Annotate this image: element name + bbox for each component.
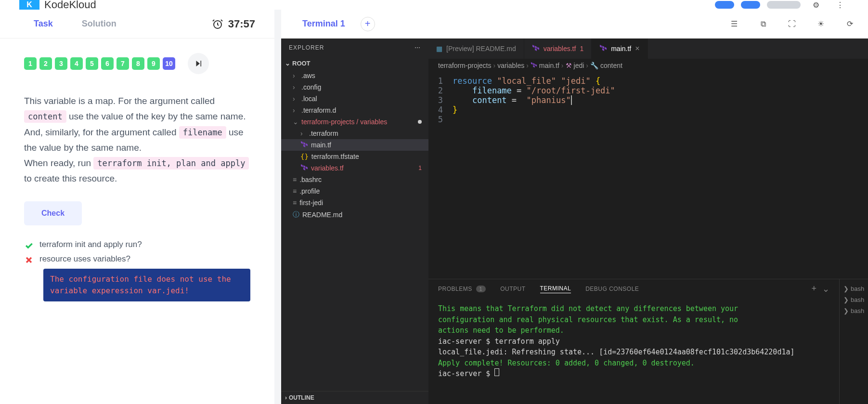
editor-panel: Terminal 1 + ☰ ⧉ ⛶ ☀ ⟳ EXPLORER ⋯ ⌄	[281, 10, 868, 404]
tertiary-button[interactable]	[767, 1, 801, 9]
code-filename: filename	[179, 126, 226, 139]
file-item-maintf[interactable]: main.tf	[281, 139, 428, 151]
file-item[interactable]: ≡.bashrc	[281, 174, 428, 185]
terraform-icon	[300, 164, 308, 172]
editor-tab-main[interactable]: main.tf ×	[592, 39, 648, 59]
folder-item[interactable]: ›.config	[281, 81, 428, 93]
question-num-6[interactable]: 6	[101, 57, 114, 70]
terminal-line: actions need to be performed.	[438, 325, 829, 336]
check-result-text: resource uses variables?	[39, 254, 130, 264]
task-description: This variable is a map. For the argument…	[24, 93, 250, 187]
question-num-5[interactable]: 5	[86, 57, 98, 70]
question-num-1[interactable]: 1	[24, 57, 37, 70]
open-external-icon[interactable]: ⧉	[754, 15, 772, 33]
terminal-line: Apply complete! Resources: 0 added, 0 ch…	[438, 358, 829, 369]
shell-icon: ❯	[843, 285, 849, 292]
folder-item[interactable]: ›.terraform.d	[281, 104, 428, 116]
tab-terminal[interactable]: TERMINAL	[540, 285, 571, 293]
chevron-down-icon: ⌄	[285, 60, 290, 67]
tab-output[interactable]: OUTPUT	[500, 286, 525, 292]
tab-task[interactable]: Task	[19, 11, 67, 37]
secondary-action-button[interactable]	[741, 1, 760, 9]
chevron-right-icon: ›	[300, 130, 306, 137]
outline-section[interactable]: › OUTLINE	[281, 391, 428, 404]
terraform-icon	[300, 141, 308, 149]
code-command: terraform init, plan and apply	[93, 157, 249, 169]
terminal-output[interactable]: This means that Terraform did not detect…	[428, 299, 839, 404]
editor-tab-variables[interactable]: variables.tf 1	[524, 39, 592, 59]
question-num-10[interactable]: 10	[163, 57, 175, 70]
file-icon: ≡	[293, 199, 297, 207]
file-icon: ≡	[293, 176, 297, 183]
primary-action-button[interactable]	[715, 1, 734, 9]
question-num-9[interactable]: 9	[147, 57, 160, 70]
close-tab-icon[interactable]: ×	[635, 44, 639, 53]
folder-open-item[interactable]: ⌄ terraform-projects / variables	[281, 116, 428, 128]
chevron-right-icon: ›	[293, 83, 298, 91]
check-button[interactable]: Check	[24, 201, 82, 225]
terminal-tab-1[interactable]: Terminal 1	[291, 11, 357, 37]
file-item-variablestf[interactable]: variables.tf 1	[281, 162, 428, 174]
timer: 37:57	[212, 18, 255, 30]
add-terminal-button[interactable]: +	[361, 17, 375, 31]
json-icon: {}	[300, 153, 309, 160]
resource-icon: ⚒	[566, 62, 572, 69]
tab-problems[interactable]: PROBLEMS 1	[438, 286, 486, 292]
theme-icon[interactable]: ☀	[812, 15, 829, 33]
tab-solution[interactable]: Solution	[67, 11, 131, 37]
question-num-2[interactable]: 2	[39, 57, 52, 70]
terraform-icon	[532, 45, 540, 52]
modified-dot-icon	[418, 120, 422, 124]
breadcrumb[interactable]: terraform-projects› variables› main.tf› …	[428, 59, 868, 72]
terminal-shells-list: ❯bash ❯bash ❯bash	[839, 279, 868, 404]
folder-item[interactable]: ›.local	[281, 93, 428, 104]
skip-button[interactable]	[188, 53, 209, 74]
question-nav: 1 2 3 4 5 6 7 8 9 10	[24, 53, 250, 74]
file-item[interactable]: ≡first-jedi	[281, 197, 428, 209]
terminal-prompt: iac-server $	[438, 368, 829, 379]
question-num-8[interactable]: 8	[132, 57, 144, 70]
folder-item[interactable]: ›.aws	[281, 70, 428, 81]
timer-value: 37:57	[228, 18, 255, 30]
folder-item[interactable]: ›.terraform	[281, 128, 428, 139]
refresh-icon[interactable]: ⟳	[841, 15, 858, 33]
check-icon	[24, 241, 34, 250]
top-bar: K KodeKloud ⚙ ⋮	[0, 0, 868, 10]
chevron-right-icon: ›	[293, 72, 298, 79]
terminal-line: local_file.jedi: Refreshing state... [id…	[438, 347, 829, 358]
error-badge: 1	[580, 45, 583, 52]
tab-debug-console[interactable]: DEBUG CONSOLE	[585, 286, 639, 292]
question-num-3[interactable]: 3	[55, 57, 67, 70]
error-message: The configuration file does not use the …	[43, 269, 250, 301]
file-item[interactable]: ≡.profile	[281, 185, 428, 197]
file-item-readme[interactable]: ⓘREADME.md	[281, 209, 428, 221]
problems-badge: 1	[476, 286, 486, 292]
terminal-cursor	[494, 368, 499, 376]
editor-tabs: ▦ [Preview] README.md variables.tf 1 mai…	[428, 39, 868, 59]
shell-item[interactable]: ❯bash	[842, 294, 866, 305]
explorer-more-icon[interactable]: ⋯	[415, 44, 421, 51]
terraform-icon	[599, 45, 607, 52]
code-editor[interactable]: 1resource "local_file" "jedi" { 2 filena…	[428, 72, 868, 279]
check-results: terraform init and apply run? resource u…	[24, 240, 250, 265]
panel-divider[interactable]	[274, 10, 281, 404]
property-icon: 🔧	[590, 62, 598, 69]
code-content: content	[24, 110, 66, 123]
root-section[interactable]: ⌄ ROOT	[281, 57, 428, 70]
add-terminal-icon[interactable]: +	[811, 284, 816, 294]
fullscreen-icon[interactable]: ⛶	[783, 15, 801, 33]
question-num-7[interactable]: 7	[117, 57, 129, 70]
task-panel: Task Solution 37:57 1 2 3 4 5 6 7 8 9 10	[0, 10, 274, 404]
file-item-tfstate[interactable]: {} terraform.tfstate	[281, 151, 428, 162]
chevron-right-icon: ›	[293, 106, 298, 114]
shell-icon: ❯	[843, 307, 849, 314]
question-num-4[interactable]: 4	[70, 57, 83, 70]
shell-item[interactable]: ❯bash	[842, 283, 866, 294]
hamburger-icon[interactable]: ☰	[725, 15, 743, 33]
check-result-text: terraform init and apply run?	[39, 240, 142, 249]
shell-item[interactable]: ❯bash	[842, 305, 866, 316]
chevron-right-icon: ›	[285, 394, 287, 401]
dropdown-icon[interactable]: ⌄	[822, 284, 829, 294]
check-result-item: terraform init and apply run?	[24, 240, 250, 250]
editor-tab-readme[interactable]: ▦ [Preview] README.md	[428, 39, 524, 59]
